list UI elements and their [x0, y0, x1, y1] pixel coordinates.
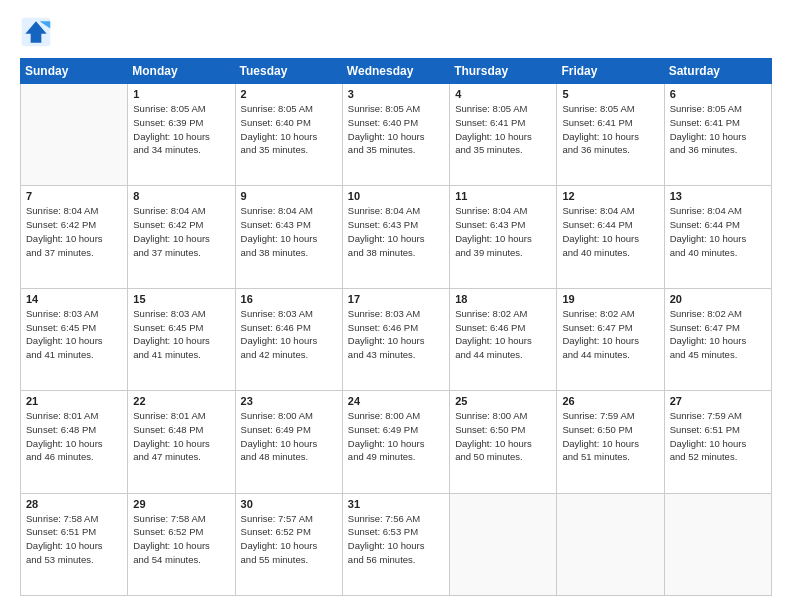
day-info: Sunrise: 8:01 AM Sunset: 6:48 PM Dayligh…	[26, 409, 122, 464]
day-number: 30	[241, 498, 337, 510]
day-number: 19	[562, 293, 658, 305]
weekday-header-sunday: Sunday	[21, 59, 128, 84]
calendar-cell: 7Sunrise: 8:04 AM Sunset: 6:42 PM Daylig…	[21, 186, 128, 288]
day-info: Sunrise: 7:58 AM Sunset: 6:52 PM Dayligh…	[133, 512, 229, 567]
calendar-cell: 30Sunrise: 7:57 AM Sunset: 6:52 PM Dayli…	[235, 493, 342, 595]
calendar-cell: 14Sunrise: 8:03 AM Sunset: 6:45 PM Dayli…	[21, 288, 128, 390]
calendar-cell: 16Sunrise: 8:03 AM Sunset: 6:46 PM Dayli…	[235, 288, 342, 390]
day-number: 11	[455, 190, 551, 202]
day-info: Sunrise: 8:05 AM Sunset: 6:41 PM Dayligh…	[455, 102, 551, 157]
calendar-cell: 4Sunrise: 8:05 AM Sunset: 6:41 PM Daylig…	[450, 84, 557, 186]
week-row-5: 28Sunrise: 7:58 AM Sunset: 6:51 PM Dayli…	[21, 493, 772, 595]
day-info: Sunrise: 8:03 AM Sunset: 6:45 PM Dayligh…	[26, 307, 122, 362]
day-number: 23	[241, 395, 337, 407]
day-info: Sunrise: 8:05 AM Sunset: 6:41 PM Dayligh…	[562, 102, 658, 157]
day-number: 27	[670, 395, 766, 407]
day-number: 12	[562, 190, 658, 202]
week-row-2: 7Sunrise: 8:04 AM Sunset: 6:42 PM Daylig…	[21, 186, 772, 288]
calendar-table: SundayMondayTuesdayWednesdayThursdayFrid…	[20, 58, 772, 596]
day-info: Sunrise: 8:03 AM Sunset: 6:46 PM Dayligh…	[241, 307, 337, 362]
calendar-cell: 18Sunrise: 8:02 AM Sunset: 6:46 PM Dayli…	[450, 288, 557, 390]
day-info: Sunrise: 8:00 AM Sunset: 6:49 PM Dayligh…	[241, 409, 337, 464]
calendar-cell: 9Sunrise: 8:04 AM Sunset: 6:43 PM Daylig…	[235, 186, 342, 288]
calendar-cell: 3Sunrise: 8:05 AM Sunset: 6:40 PM Daylig…	[342, 84, 449, 186]
day-number: 15	[133, 293, 229, 305]
day-number: 18	[455, 293, 551, 305]
day-info: Sunrise: 8:02 AM Sunset: 6:47 PM Dayligh…	[562, 307, 658, 362]
day-info: Sunrise: 8:04 AM Sunset: 6:43 PM Dayligh…	[348, 204, 444, 259]
calendar-cell: 11Sunrise: 8:04 AM Sunset: 6:43 PM Dayli…	[450, 186, 557, 288]
day-info: Sunrise: 7:58 AM Sunset: 6:51 PM Dayligh…	[26, 512, 122, 567]
day-number: 31	[348, 498, 444, 510]
calendar-cell	[21, 84, 128, 186]
week-row-1: 1Sunrise: 8:05 AM Sunset: 6:39 PM Daylig…	[21, 84, 772, 186]
weekday-header-saturday: Saturday	[664, 59, 771, 84]
day-number: 5	[562, 88, 658, 100]
day-number: 14	[26, 293, 122, 305]
day-info: Sunrise: 8:05 AM Sunset: 6:39 PM Dayligh…	[133, 102, 229, 157]
day-info: Sunrise: 8:02 AM Sunset: 6:46 PM Dayligh…	[455, 307, 551, 362]
calendar-cell: 2Sunrise: 8:05 AM Sunset: 6:40 PM Daylig…	[235, 84, 342, 186]
calendar-cell: 23Sunrise: 8:00 AM Sunset: 6:49 PM Dayli…	[235, 391, 342, 493]
day-info: Sunrise: 8:03 AM Sunset: 6:45 PM Dayligh…	[133, 307, 229, 362]
calendar-cell: 10Sunrise: 8:04 AM Sunset: 6:43 PM Dayli…	[342, 186, 449, 288]
calendar-cell: 29Sunrise: 7:58 AM Sunset: 6:52 PM Dayli…	[128, 493, 235, 595]
day-number: 20	[670, 293, 766, 305]
weekday-header-wednesday: Wednesday	[342, 59, 449, 84]
calendar-cell: 24Sunrise: 8:00 AM Sunset: 6:49 PM Dayli…	[342, 391, 449, 493]
day-info: Sunrise: 8:04 AM Sunset: 6:42 PM Dayligh…	[133, 204, 229, 259]
calendar-cell: 31Sunrise: 7:56 AM Sunset: 6:53 PM Dayli…	[342, 493, 449, 595]
logo	[20, 16, 58, 48]
day-info: Sunrise: 8:04 AM Sunset: 6:43 PM Dayligh…	[455, 204, 551, 259]
day-number: 10	[348, 190, 444, 202]
calendar-cell: 5Sunrise: 8:05 AM Sunset: 6:41 PM Daylig…	[557, 84, 664, 186]
day-info: Sunrise: 8:05 AM Sunset: 6:40 PM Dayligh…	[348, 102, 444, 157]
weekday-header-thursday: Thursday	[450, 59, 557, 84]
day-info: Sunrise: 8:00 AM Sunset: 6:50 PM Dayligh…	[455, 409, 551, 464]
calendar-cell: 20Sunrise: 8:02 AM Sunset: 6:47 PM Dayli…	[664, 288, 771, 390]
day-number: 25	[455, 395, 551, 407]
day-number: 16	[241, 293, 337, 305]
calendar-cell: 12Sunrise: 8:04 AM Sunset: 6:44 PM Dayli…	[557, 186, 664, 288]
day-number: 1	[133, 88, 229, 100]
day-number: 13	[670, 190, 766, 202]
day-info: Sunrise: 8:05 AM Sunset: 6:40 PM Dayligh…	[241, 102, 337, 157]
day-number: 17	[348, 293, 444, 305]
calendar-cell: 27Sunrise: 7:59 AM Sunset: 6:51 PM Dayli…	[664, 391, 771, 493]
logo-icon	[20, 16, 52, 48]
calendar-cell: 28Sunrise: 7:58 AM Sunset: 6:51 PM Dayli…	[21, 493, 128, 595]
day-info: Sunrise: 8:04 AM Sunset: 6:44 PM Dayligh…	[670, 204, 766, 259]
day-info: Sunrise: 8:04 AM Sunset: 6:43 PM Dayligh…	[241, 204, 337, 259]
day-number: 3	[348, 88, 444, 100]
calendar-cell: 22Sunrise: 8:01 AM Sunset: 6:48 PM Dayli…	[128, 391, 235, 493]
day-number: 6	[670, 88, 766, 100]
day-info: Sunrise: 7:59 AM Sunset: 6:51 PM Dayligh…	[670, 409, 766, 464]
calendar-cell: 25Sunrise: 8:00 AM Sunset: 6:50 PM Dayli…	[450, 391, 557, 493]
day-info: Sunrise: 8:04 AM Sunset: 6:44 PM Dayligh…	[562, 204, 658, 259]
day-info: Sunrise: 7:59 AM Sunset: 6:50 PM Dayligh…	[562, 409, 658, 464]
day-number: 4	[455, 88, 551, 100]
calendar-cell: 17Sunrise: 8:03 AM Sunset: 6:46 PM Dayli…	[342, 288, 449, 390]
weekday-header-friday: Friday	[557, 59, 664, 84]
day-info: Sunrise: 8:00 AM Sunset: 6:49 PM Dayligh…	[348, 409, 444, 464]
calendar-cell: 13Sunrise: 8:04 AM Sunset: 6:44 PM Dayli…	[664, 186, 771, 288]
weekday-header-row: SundayMondayTuesdayWednesdayThursdayFrid…	[21, 59, 772, 84]
calendar-cell: 26Sunrise: 7:59 AM Sunset: 6:50 PM Dayli…	[557, 391, 664, 493]
day-number: 7	[26, 190, 122, 202]
day-info: Sunrise: 7:57 AM Sunset: 6:52 PM Dayligh…	[241, 512, 337, 567]
header	[20, 16, 772, 48]
weekday-header-tuesday: Tuesday	[235, 59, 342, 84]
day-info: Sunrise: 8:05 AM Sunset: 6:41 PM Dayligh…	[670, 102, 766, 157]
calendar-cell: 8Sunrise: 8:04 AM Sunset: 6:42 PM Daylig…	[128, 186, 235, 288]
calendar-cell: 6Sunrise: 8:05 AM Sunset: 6:41 PM Daylig…	[664, 84, 771, 186]
calendar-cell: 21Sunrise: 8:01 AM Sunset: 6:48 PM Dayli…	[21, 391, 128, 493]
day-number: 9	[241, 190, 337, 202]
day-info: Sunrise: 8:02 AM Sunset: 6:47 PM Dayligh…	[670, 307, 766, 362]
day-info: Sunrise: 8:03 AM Sunset: 6:46 PM Dayligh…	[348, 307, 444, 362]
calendar-cell	[664, 493, 771, 595]
day-number: 21	[26, 395, 122, 407]
day-number: 22	[133, 395, 229, 407]
page: SundayMondayTuesdayWednesdayThursdayFrid…	[0, 0, 792, 612]
week-row-4: 21Sunrise: 8:01 AM Sunset: 6:48 PM Dayli…	[21, 391, 772, 493]
calendar-cell: 15Sunrise: 8:03 AM Sunset: 6:45 PM Dayli…	[128, 288, 235, 390]
